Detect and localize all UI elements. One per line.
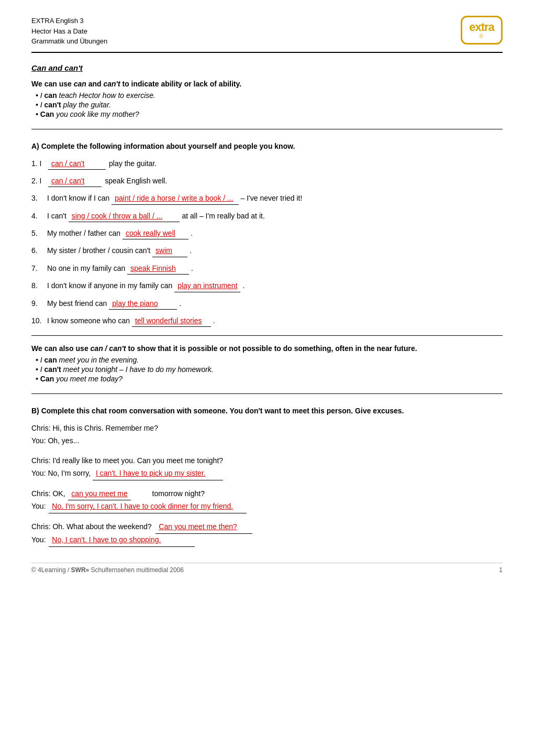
item4-blank: sing / cook / throw a ball / ... xyxy=(69,210,180,222)
logo-text: extra xyxy=(469,21,494,34)
item1-num: 1. I xyxy=(31,158,47,169)
item2-after: speak English well. xyxy=(103,175,167,187)
item5-before: My mother / father can xyxy=(47,227,120,239)
chris-answer4: Can you meet me then? xyxy=(159,522,237,531)
item10-answer: tell wonderful stories xyxy=(135,316,202,325)
you-answer4: No, I can't. I have to go shopping. xyxy=(52,535,161,544)
you-line1: You: Oh, yes... xyxy=(31,435,503,447)
exercise-item-1: 1. I can / can't play the guitar. xyxy=(31,158,503,170)
item1-answer: can / can't xyxy=(51,159,84,168)
section-can-cant: Can and can't We can use can and can't t… xyxy=(31,63,503,118)
item3-blank: paint / ride a horse / write a book / ..… xyxy=(112,192,238,204)
exercise-item-8: 8. I don't know if anyone in my family c… xyxy=(31,280,503,292)
item5-answer: cook really well xyxy=(126,229,175,237)
item3-num: 3. xyxy=(31,192,47,204)
item7-before: No one in my family can xyxy=(47,262,125,274)
item8-num: 8. xyxy=(31,280,47,291)
you-line4: You: No, I can't. I have to go shopping. xyxy=(31,534,503,547)
exercise-item-7: 7. No one in my family can speak Finnish… xyxy=(31,262,503,275)
item9-answer: play the piano xyxy=(112,299,158,308)
chris-blank3: can you meet me xyxy=(68,488,130,501)
item9-blank: play the piano xyxy=(109,298,177,310)
item10-after: . xyxy=(213,315,215,326)
logo: extra © xyxy=(461,16,503,45)
divider3 xyxy=(31,393,503,394)
item8-before: I don't know if anyone in my family can xyxy=(47,280,172,291)
item8-blank: play an instrument xyxy=(174,280,240,292)
you-line2: You: No, I'm sorry, I can't. I have to p… xyxy=(31,467,503,480)
chris-answer3: can you meet me xyxy=(71,489,127,498)
item9-after: . xyxy=(179,298,181,309)
you-blank3: No, I'm sorry, I can't. I have to cook d… xyxy=(49,500,246,513)
chris-line4: Chris: Oh. What about the weekend? Can y… xyxy=(31,521,503,534)
you-blank2: I can't. I have to pick up my sister. xyxy=(93,467,223,480)
item6-after: . xyxy=(190,245,192,256)
item1-blank: can / can't xyxy=(48,158,106,170)
exercise-item-10: 10. I know someone who can tell wonderfu… xyxy=(31,315,503,327)
item9-num: 9. xyxy=(31,298,47,309)
exercise-item-9: 9. My best friend can play the piano . xyxy=(31,298,503,310)
bullet1: • I can teach Hector how to exercise. xyxy=(36,91,503,100)
item5-blank: cook really well xyxy=(123,227,188,239)
chris-line1: Chris: Hi, this is Chris. Remember me? xyxy=(31,422,503,435)
item7-after: . xyxy=(191,262,193,274)
item10-num: 10. xyxy=(31,315,47,326)
item3-answer: paint / ride a horse / write a book / ..… xyxy=(115,194,233,202)
exercise-item-3: 3. I don't know if I can paint / ride a … xyxy=(31,192,503,204)
exercise-item-6: 6. My sister / brother / cousin can't sw… xyxy=(31,245,503,257)
section2-bullet1: • I can meet you in the evening. xyxy=(36,356,503,364)
logo-sub: © xyxy=(469,34,494,39)
section2-intro-bold: We can also use can / can't to show that… xyxy=(31,344,503,353)
header-line1: EXTRA English 3 xyxy=(31,16,107,26)
chris-blank4: Can you meet me then? xyxy=(155,521,252,534)
footer-page-number: 1 xyxy=(499,566,503,574)
bullet3: • Can you cook like my mother? xyxy=(36,110,503,118)
item5-num: 5. xyxy=(31,227,47,239)
item2-num: 2. I xyxy=(31,175,47,187)
you-blank4: No, I can't. I have to go shopping. xyxy=(49,534,194,547)
page-header: EXTRA English 3 Hector Has a Date Gramma… xyxy=(31,16,503,53)
partB-header: B) Complete this chat room conversation … xyxy=(31,407,503,415)
section1-intro: We can use can and can't to indicate abi… xyxy=(31,80,503,118)
chat-exchange-2: Chris: I'd really like to meet you. Can … xyxy=(31,455,503,480)
item3-before: I don't know if I can xyxy=(47,192,109,204)
chris-line2: Chris: I'd really like to meet you. Can … xyxy=(31,455,503,467)
header-text: EXTRA English 3 Hector Has a Date Gramma… xyxy=(31,16,107,47)
divider1 xyxy=(31,129,503,129)
item4-before: I can't xyxy=(47,210,66,222)
you-answer2: I can't. I have to pick up my sister. xyxy=(96,469,206,477)
section2-bullet3: • Can you meet me today? xyxy=(36,375,503,383)
chris-line3: Chris: OK, can you meet me tomorrow nigh… xyxy=(31,488,503,501)
item8-answer: play an instrument xyxy=(177,281,237,290)
item5-after: . xyxy=(191,227,193,239)
item4-after: at all – I'm really bad at it. xyxy=(182,210,264,222)
item4-answer: sing / cook / throw a ball / ... xyxy=(72,212,163,220)
header-line2: Hector Has a Date xyxy=(31,26,107,37)
item2-answer: can / can't xyxy=(51,177,84,185)
item7-blank: speak Finnish xyxy=(127,262,189,275)
chat-exchange-3: Chris: OK, can you meet me tomorrow nigh… xyxy=(31,488,503,514)
partA-header: A) Complete the following information ab… xyxy=(31,142,503,150)
section1-title: Can and can't xyxy=(31,63,503,72)
item7-answer: speak Finnish xyxy=(130,264,175,272)
exercise-item-4: 4. I can't sing / cook / throw a ball / … xyxy=(31,210,503,222)
section1-intro-bold: We can use can and can't to indicate abi… xyxy=(31,80,503,88)
chat-exchange-1: Chris: Hi, this is Chris. Remember me? Y… xyxy=(31,422,503,447)
item8-after: . xyxy=(242,280,244,291)
item10-before: I know someone who can xyxy=(47,315,130,326)
header-line3: Grammatik und Übungen xyxy=(31,36,107,47)
you-answer3: No, I'm sorry, I can't. I have to cook d… xyxy=(52,502,233,510)
item3-after: – I've never tried it! xyxy=(241,192,303,204)
exercise-item-2: 2. I can / can't speak English well. xyxy=(31,175,503,187)
item7-num: 7. xyxy=(31,262,47,274)
item6-blank: swim xyxy=(152,245,187,257)
exercise-item-5: 5. My mother / father can cook really we… xyxy=(31,227,503,239)
section2-bullet2: • I can't meet you tonight – I have to d… xyxy=(36,365,503,374)
item1-after: play the guitar. xyxy=(107,158,157,169)
footer-left: © 4Learning / SWR» Schulfernsehen multim… xyxy=(31,566,184,574)
item6-answer: swim xyxy=(155,246,172,255)
bullet2: • I can't play the guitar. xyxy=(36,101,503,109)
chat-exchange-4: Chris: Oh. What about the weekend? Can y… xyxy=(31,521,503,547)
section2: We can also use can / can't to show that… xyxy=(31,344,503,383)
item2-blank: can / can't xyxy=(48,175,102,187)
